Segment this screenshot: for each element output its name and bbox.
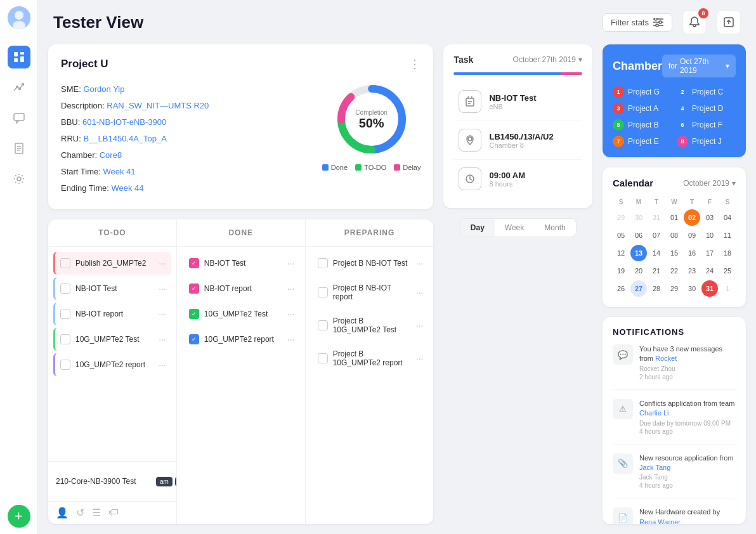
kanban-item[interactable]: NB-IOT report ··· [53, 303, 171, 325]
kanban-check[interactable] [60, 283, 70, 294]
cal-day[interactable]: 14 [648, 245, 665, 261]
month-btn[interactable]: Month [534, 219, 575, 237]
cal-day[interactable]: 03 [701, 209, 718, 226]
kanban-check[interactable]: ✓ [189, 309, 199, 319]
kanban-check[interactable] [318, 258, 328, 268]
cal-day-today[interactable]: 13 [630, 245, 647, 261]
sidebar-item-settings[interactable] [8, 167, 30, 190]
item-menu-icon[interactable]: ··· [287, 309, 295, 319]
sidebar-item-graph[interactable] [8, 76, 30, 99]
user-icon[interactable]: 👤 [56, 507, 68, 519]
kanban-check[interactable] [60, 309, 70, 319]
cal-day[interactable]: 09 [684, 227, 700, 244]
item-menu-icon[interactable]: ··· [159, 309, 166, 319]
day-btn[interactable]: Day [460, 219, 495, 237]
kanban-item[interactable]: NB-IOT Test ··· [53, 277, 171, 300]
kanban-item[interactable]: Project B 10G_UMPTe2 Test ··· [311, 310, 429, 341]
kanban-check[interactable] [60, 334, 70, 344]
kanban-item[interactable]: 10G_UMPTe2 Test ··· [53, 328, 171, 351]
cal-day-selected[interactable]: 27 [630, 280, 647, 297]
cal-day[interactable]: 17 [701, 245, 718, 261]
list-icon[interactable]: ☰ [92, 507, 101, 519]
sidebar-item-docs[interactable] [8, 137, 30, 160]
cal-day[interactable]: 21 [648, 263, 665, 279]
cal-day[interactable]: 15 [666, 245, 682, 261]
cal-day[interactable]: 23 [684, 263, 700, 279]
filter-stats-button[interactable]: Filter stats [603, 13, 672, 32]
kanban-check[interactable] [60, 258, 70, 268]
cal-day[interactable]: 26 [613, 280, 629, 297]
cal-day[interactable]: 29 [613, 209, 629, 226]
kanban-item[interactable]: ✓ NB-IOT Test ··· [182, 252, 300, 275]
cal-day[interactable]: 31 [701, 280, 718, 297]
kanban-item[interactable]: Project B NB-IOT report ··· [311, 277, 429, 308]
project-menu-icon[interactable]: ⋮ [409, 57, 420, 71]
kanban-check[interactable] [318, 287, 328, 297]
cal-day[interactable]: 22 [666, 263, 682, 279]
cal-day[interactable]: 29 [666, 280, 682, 297]
kanban-check[interactable] [318, 353, 328, 363]
week-btn[interactable]: Week [495, 219, 534, 237]
chamber-proj-5: 5 Project B [613, 119, 672, 131]
sidebar-item-dashboard[interactable] [8, 46, 30, 68]
cal-day[interactable]: 02 [684, 209, 700, 226]
item-menu-icon[interactable]: ··· [159, 258, 166, 268]
cal-day[interactable]: 08 [666, 227, 682, 244]
item-menu-icon[interactable]: ··· [287, 258, 295, 268]
kanban-check[interactable] [60, 360, 70, 370]
cal-day[interactable]: 1 [719, 280, 736, 297]
item-menu-icon[interactable]: ··· [159, 360, 166, 370]
cal-day[interactable]: 31 [648, 209, 665, 226]
cal-day[interactable]: 30 [630, 209, 647, 226]
cal-day[interactable]: 16 [684, 245, 700, 261]
item-menu-icon[interactable]: ··· [287, 334, 295, 344]
chamber-date[interactable]: for Oct 27th 2019 ▾ [662, 55, 736, 77]
sidebar-item-chat[interactable] [8, 107, 30, 129]
cal-day[interactable]: 12 [613, 245, 629, 261]
cal-day[interactable]: 04 [719, 209, 736, 226]
kanban-item[interactable]: ✓ NB-IOT report ··· [182, 277, 300, 300]
kanban-item[interactable]: Project B NB-IOT Test ··· [311, 252, 429, 275]
notifications-button[interactable]: 8 [682, 10, 707, 34]
cal-day[interactable]: 30 [684, 280, 700, 297]
kanban-check[interactable]: ✓ [189, 258, 199, 268]
avatar[interactable] [8, 6, 30, 29]
kanban-item[interactable]: ✓ 10G_UMPTe2 report ··· [182, 328, 300, 351]
cal-day[interactable]: 05 [613, 227, 629, 244]
cal-day[interactable]: 25 [719, 263, 736, 279]
item-menu-icon[interactable]: ··· [287, 283, 295, 294]
kanban-check[interactable]: ✓ [189, 283, 199, 294]
calendar-month[interactable]: October 2019 ▾ [683, 179, 736, 188]
cal-day[interactable]: 28 [648, 280, 665, 297]
export-button[interactable] [717, 10, 741, 34]
kanban-item[interactable]: 10G_UMPTe2 report ··· [53, 353, 171, 376]
kanban-check[interactable]: ✓ [189, 334, 199, 344]
tag-icon[interactable]: 🏷 [108, 507, 119, 519]
chevron-down-icon[interactable]: ▾ [578, 55, 582, 64]
cal-day[interactable]: 18 [719, 245, 736, 261]
rru-label: RRU: [61, 134, 81, 143]
page-title: Tester View [53, 13, 603, 32]
kanban-check[interactable] [318, 320, 328, 330]
item-menu-icon[interactable]: ··· [416, 258, 424, 268]
item-menu-icon[interactable]: ··· [416, 287, 424, 297]
kanban-item[interactable]: Publish 2G_UMPTe2 ··· [53, 252, 171, 275]
cal-day[interactable]: 06 [630, 227, 647, 244]
new-task-input[interactable] [56, 477, 151, 486]
cal-day[interactable]: 20 [630, 263, 647, 279]
item-menu-icon[interactable]: ··· [159, 283, 166, 294]
cal-day[interactable]: 24 [701, 263, 718, 279]
cal-day[interactable]: 01 [666, 209, 682, 226]
proj-name-7: Project E [628, 137, 659, 146]
cal-day[interactable]: 07 [648, 227, 665, 244]
add-button[interactable]: + [8, 505, 30, 528]
cal-day[interactable]: 10 [701, 227, 718, 244]
cal-day[interactable]: 11 [719, 227, 736, 244]
item-menu-icon[interactable]: ··· [159, 334, 166, 344]
item-menu-icon[interactable]: ··· [416, 320, 424, 330]
kanban-item[interactable]: Project B 10G_UMPTe2 report ··· [311, 343, 429, 374]
item-menu-icon[interactable]: ··· [416, 353, 424, 363]
refresh-icon[interactable]: ↺ [76, 507, 84, 519]
kanban-item[interactable]: ✓ 10G_UMPTe2 Test ··· [182, 303, 300, 325]
cal-day[interactable]: 19 [613, 263, 629, 279]
